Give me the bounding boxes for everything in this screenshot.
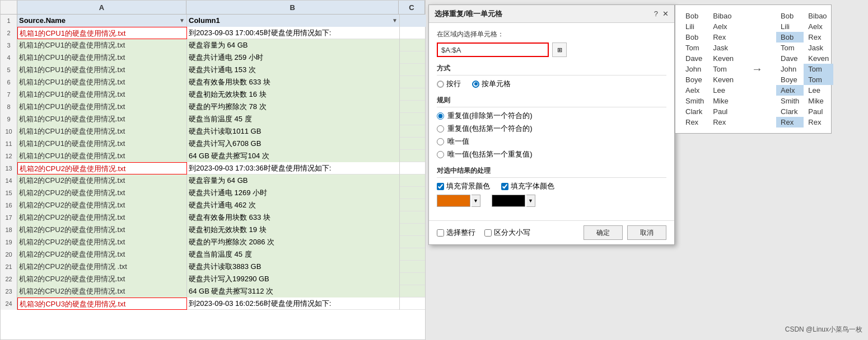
- preview-area: BobBibaoLiliAelxBobRexTomJaskDaveKevenJo…: [675, 4, 832, 134]
- list-item: BoyeTom: [776, 74, 833, 85]
- preview-cell: Aelx: [708, 21, 738, 32]
- preview-cell: Rex: [681, 117, 708, 128]
- preview-cell: John: [776, 64, 804, 74]
- select-row-checkbox[interactable]: 选择整行: [437, 228, 475, 238]
- rule3-radio[interactable]: [437, 138, 444, 145]
- fill-bg-checkbox[interactable]: 填充背景颜色: [437, 181, 490, 191]
- fill-text-input[interactable]: [501, 183, 508, 190]
- preview-cell: Rex: [708, 117, 738, 128]
- result-section: 对选中结果的处理 填充背景颜色 填充字体颜色 ▼: [437, 166, 666, 207]
- list-item: AelxLee: [776, 85, 833, 96]
- case-sensitive-checkbox[interactable]: 区分大小写: [484, 228, 530, 238]
- list-item: LiliAelx: [776, 21, 833, 32]
- dialog-body: 在区域内选择单元格： ⊞ 方式 按行 按单元格 规则: [429, 23, 674, 220]
- list-item: SmithMike: [681, 96, 738, 106]
- dialog-title: 选择重复/唯一单元格: [435, 9, 502, 19]
- dialog-bottom: 选择整行 区分大小写 确定 取消: [429, 220, 674, 244]
- preview-cell: Jask: [708, 42, 738, 53]
- preview-cell: Keven: [804, 53, 833, 64]
- watermark: CSDN @Linux小菜鸟一枚: [785, 325, 862, 334]
- bg-color-picker[interactable]: ▼: [437, 195, 480, 207]
- select-dialog: 选择重复/唯一单元格 ? ✕ 在区域内选择单元格： ⊞ 方式 按行 按单元格: [428, 4, 675, 245]
- color-pickers: ▼ ▼: [437, 195, 666, 207]
- preview-tables: BobBibaoLiliAelxBobRexTomJaskDaveKevenJo…: [681, 11, 825, 128]
- preview-cell: Bibao: [708, 11, 738, 21]
- rules-section-title: 规则: [437, 96, 666, 107]
- preview-cell: Bob: [681, 11, 708, 21]
- text-color-dropdown[interactable]: ▼: [526, 195, 535, 207]
- rule2-radio[interactable]: [437, 125, 444, 133]
- dialog-controls: ? ✕: [654, 10, 669, 18]
- method-cell-circle: [472, 81, 479, 88]
- help-button[interactable]: ?: [654, 10, 658, 18]
- preview-cell: Tom: [708, 64, 738, 74]
- preview-cell: Tom: [804, 74, 833, 85]
- case-sensitive-input[interactable]: [484, 229, 492, 237]
- preview-cell: Keven: [708, 74, 738, 85]
- text-color-picker[interactable]: ▼: [492, 195, 535, 207]
- preview-cell: Aelx: [776, 85, 804, 96]
- preview-cell: Paul: [708, 106, 738, 117]
- fill-text-checkbox[interactable]: 填充字体颜色: [501, 181, 554, 191]
- bottom-right-buttons: 确定 取消: [584, 225, 666, 240]
- select-row-input[interactable]: [437, 229, 444, 237]
- preview-arrow: →: [749, 63, 765, 75]
- fill-bg-input[interactable]: [437, 183, 444, 190]
- close-button[interactable]: ✕: [662, 10, 669, 18]
- rule4-radio[interactable]: [437, 151, 444, 158]
- preview-cell: Mike: [708, 96, 738, 106]
- bg-color-dropdown[interactable]: ▼: [472, 195, 480, 207]
- method-row-radio[interactable]: 按行: [437, 79, 461, 89]
- list-item: ClarkPaul: [681, 106, 738, 117]
- preview-cell: Rex: [804, 32, 833, 42]
- list-item: BobBibao: [776, 11, 833, 21]
- dialog-overlay: 选择重复/唯一单元格 ? ✕ 在区域内选择单元格： ⊞ 方式 按行 按单元格: [0, 0, 868, 340]
- rule1-item[interactable]: 重复值(排除第一个符合的): [437, 111, 666, 121]
- preview-left-table: BobBibaoLiliAelxBobRexTomJaskDaveKevenJo…: [681, 11, 738, 128]
- preview-cell: Boye: [681, 74, 708, 85]
- preview-cell: Rex: [804, 117, 833, 128]
- preview-cell: Lili: [681, 21, 708, 32]
- preview-cell: Smith: [681, 96, 708, 106]
- rule1-radio[interactable]: [437, 112, 444, 120]
- cancel-button[interactable]: 取消: [627, 225, 666, 240]
- list-item: BobRex: [776, 32, 833, 42]
- preview-cell: Dave: [681, 53, 708, 64]
- preview-cell: Paul: [804, 106, 833, 117]
- list-item: BobBibao: [681, 11, 738, 21]
- preview-cell: Rex: [776, 117, 804, 128]
- list-item: TomJask: [681, 42, 738, 53]
- result-checkboxes: 填充背景颜色 填充字体颜色: [437, 181, 666, 191]
- list-item: DaveKeven: [681, 53, 738, 64]
- list-item: TomJask: [776, 42, 833, 53]
- preview-cell: Jask: [804, 42, 833, 53]
- preview-cell: Bob: [776, 32, 804, 42]
- method-row-circle: [437, 81, 444, 88]
- preview-cell: Tom: [681, 42, 708, 53]
- preview-cell: Lili: [776, 21, 804, 32]
- method-cell-radio[interactable]: 按单元格: [472, 79, 511, 89]
- range-select-button[interactable]: ⊞: [552, 42, 567, 57]
- bottom-left-options: 选择整行 区分大小写: [437, 228, 530, 238]
- preview-cell: Bob: [776, 11, 804, 21]
- bg-color-box[interactable]: [437, 195, 470, 207]
- method-section-title: 方式: [437, 64, 666, 75]
- preview-cell: Boye: [776, 74, 804, 85]
- result-section-title: 对选中结果的处理: [437, 166, 666, 178]
- list-item: BobRex: [681, 32, 738, 42]
- preview-cell: Tom: [804, 64, 833, 74]
- list-item: LiliAelx: [681, 21, 738, 32]
- rule2-item[interactable]: 重复值(包括第一个符合的): [437, 124, 666, 134]
- range-input[interactable]: [437, 42, 549, 57]
- preview-cell: John: [681, 64, 708, 74]
- rule3-item[interactable]: 唯一值: [437, 136, 666, 147]
- method-radio-group: 按行 按单元格: [437, 79, 666, 89]
- list-item: RexRex: [681, 117, 738, 128]
- rule4-item[interactable]: 唯一值(包括第一个重复值): [437, 149, 666, 159]
- confirm-button[interactable]: 确定: [584, 225, 623, 240]
- list-item: SmithMike: [776, 96, 833, 106]
- preview-cell: Smith: [776, 96, 804, 106]
- list-item: BoyeKeven: [681, 74, 738, 85]
- text-color-box[interactable]: [492, 195, 525, 207]
- preview-cell: Aelx: [804, 21, 833, 32]
